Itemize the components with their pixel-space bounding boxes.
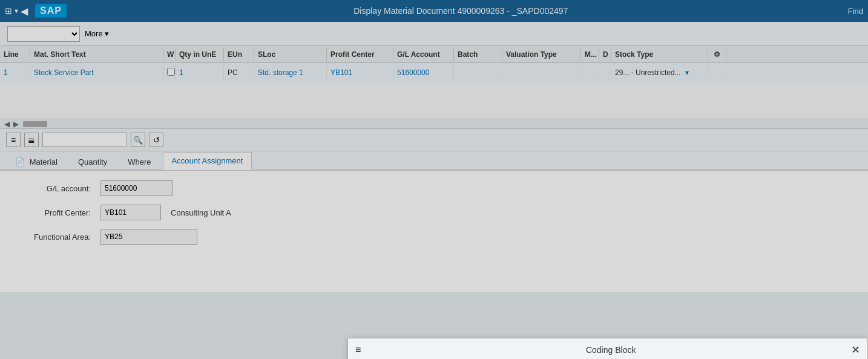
modal-overlay: ≡ Coding Block ✕ ServiceDoc: ⧉ Profit Ce… <box>0 0 868 292</box>
